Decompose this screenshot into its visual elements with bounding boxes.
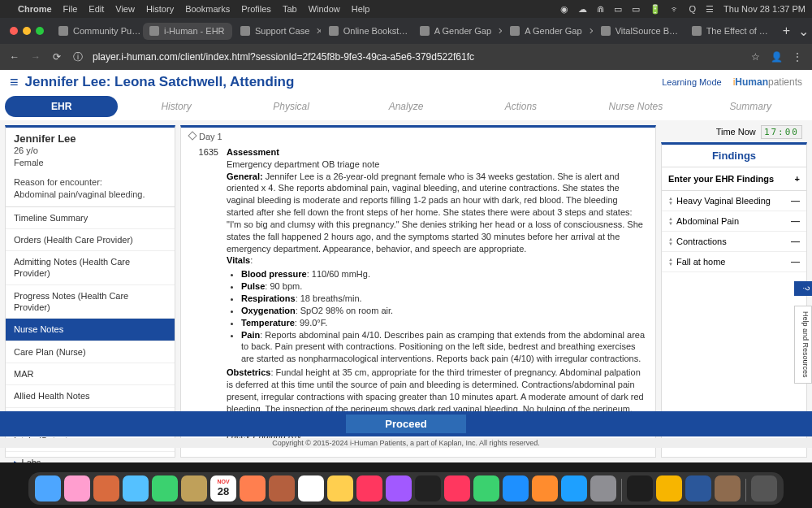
menu-history[interactable]: History bbox=[146, 4, 174, 14]
dock-app-icon[interactable] bbox=[240, 475, 266, 501]
dock-app-icon[interactable] bbox=[656, 475, 682, 501]
menu-file[interactable]: File bbox=[63, 4, 78, 14]
main-tab-ehr[interactable]: EHR bbox=[5, 96, 118, 117]
zoom-window-icon[interactable] bbox=[36, 27, 44, 35]
dock-app-icon[interactable]: NOV28 bbox=[210, 475, 236, 501]
main-tab-physical[interactable]: Physical bbox=[235, 96, 348, 117]
remove-icon[interactable]: — bbox=[791, 237, 800, 246]
main-tab-actions[interactable]: Actions bbox=[464, 96, 577, 117]
hamburger-icon[interactable]: ≡ bbox=[10, 74, 19, 91]
sidenav-item[interactable]: Nurse Notes bbox=[6, 319, 175, 341]
dock-app-icon[interactable] bbox=[356, 475, 382, 501]
browser-tab[interactable]: A Gender Gap✕ bbox=[503, 23, 592, 40]
reload-button[interactable]: ⟳ bbox=[50, 51, 63, 63]
proceed-button[interactable]: Proceed bbox=[346, 415, 465, 433]
sidenav-item[interactable]: Timeline Summary bbox=[6, 207, 175, 229]
dock-app-icon[interactable] bbox=[444, 475, 470, 501]
sidenav-item[interactable]: Orders (Health Care Provider) bbox=[6, 229, 175, 251]
dock-app-icon[interactable] bbox=[503, 475, 529, 501]
menu-window[interactable]: Window bbox=[309, 4, 340, 14]
menu-tab[interactable]: Tab bbox=[283, 4, 297, 14]
chrome-menu-icon[interactable]: ⋮ bbox=[791, 51, 804, 63]
status-icon[interactable]: ⋒ bbox=[597, 4, 604, 15]
address-bar[interactable]: player.i-human.com/client/index.html?ses… bbox=[93, 51, 741, 63]
dock-app-icon[interactable] bbox=[532, 475, 558, 501]
tab-overflow-icon[interactable]: ⌄ bbox=[798, 24, 809, 39]
status-icon[interactable]: ◉ bbox=[560, 4, 568, 15]
menu-view[interactable]: View bbox=[115, 4, 135, 14]
dock-app-icon[interactable] bbox=[181, 475, 207, 501]
dock-app-icon[interactable] bbox=[123, 475, 149, 501]
dock-app-icon[interactable] bbox=[152, 475, 178, 501]
dock-app-icon[interactable] bbox=[93, 475, 119, 501]
enter-findings[interactable]: Enter your EHR Findings+ bbox=[662, 167, 806, 191]
status-icon[interactable]: ▭ bbox=[632, 4, 640, 15]
bookmark-icon[interactable]: ☆ bbox=[749, 51, 762, 63]
browser-tab[interactable]: i-Human - EHR✕ bbox=[143, 23, 232, 40]
close-window-icon[interactable] bbox=[10, 27, 18, 35]
sidenav-item[interactable]: Allied Health Notes bbox=[6, 385, 175, 407]
close-tab-icon[interactable]: ✕ bbox=[589, 26, 593, 37]
dock-app-icon[interactable] bbox=[269, 475, 295, 501]
sidenav-item[interactable]: Progress Notes (Health Care Provider) bbox=[6, 285, 175, 319]
dock-app-icon[interactable] bbox=[298, 475, 324, 501]
main-tab-nurse-notes[interactable]: Nurse Notes bbox=[579, 96, 692, 117]
help-resources-tab[interactable]: Help and Resources bbox=[794, 306, 812, 384]
main-tab-history[interactable]: History bbox=[119, 96, 232, 117]
menu-bookmarks[interactable]: Bookmarks bbox=[185, 4, 230, 14]
dock-app-icon[interactable] bbox=[561, 475, 587, 501]
finding-item[interactable]: ▲▼Fall at home— bbox=[662, 252, 806, 272]
finding-item[interactable]: ▲▼Abdominal Pain— bbox=[662, 211, 806, 232]
reorder-icon[interactable]: ▲▼ bbox=[668, 216, 673, 226]
reorder-icon[interactable]: ▲▼ bbox=[668, 237, 673, 246]
search-icon[interactable]: Q bbox=[689, 4, 697, 14]
main-tab-summary[interactable]: Summary bbox=[694, 96, 807, 117]
main-tab-analyze[interactable]: Analyze bbox=[349, 96, 462, 117]
wifi-icon[interactable]: ᯤ bbox=[671, 4, 680, 14]
close-tab-icon[interactable]: ✕ bbox=[231, 26, 232, 37]
sidenav-item[interactable]: Care Plan (Nurse) bbox=[6, 341, 175, 363]
menu-help[interactable]: Help bbox=[352, 4, 370, 14]
browser-tab[interactable]: VitalSource B…✕ bbox=[594, 23, 684, 40]
finding-item[interactable]: ▲▼Heavy Vaginal Bleeding— bbox=[662, 191, 806, 211]
status-icon[interactable]: ☁ bbox=[578, 4, 587, 15]
sidenav-item[interactable]: Labs bbox=[6, 452, 175, 462]
menu-edit[interactable]: Edit bbox=[89, 4, 104, 14]
dock-app-icon[interactable] bbox=[473, 475, 499, 501]
minimize-window-icon[interactable] bbox=[23, 27, 31, 35]
dock-app-icon[interactable] bbox=[386, 475, 412, 501]
trash-icon[interactable] bbox=[751, 475, 777, 501]
remove-icon[interactable]: — bbox=[791, 196, 800, 206]
browser-tab[interactable]: Online Bookst…✕ bbox=[322, 23, 412, 40]
clock[interactable]: Thu Nov 28 1:37 PM bbox=[723, 4, 806, 14]
sidenav-item[interactable]: Admitting Notes (Health Care Provider) bbox=[6, 251, 175, 285]
status-icon[interactable]: ▭ bbox=[614, 4, 622, 15]
browser-tab[interactable]: Support Case✕ bbox=[234, 23, 321, 40]
dock-app-icon[interactable] bbox=[327, 475, 353, 501]
reorder-icon[interactable]: ▲▼ bbox=[668, 257, 673, 267]
site-info-icon[interactable]: ⓘ bbox=[71, 50, 84, 64]
dock-app-icon[interactable] bbox=[715, 475, 741, 501]
finding-item[interactable]: ▲▼Contractions— bbox=[662, 232, 806, 252]
browser-tab[interactable]: Community Pu…✕ bbox=[52, 23, 141, 40]
browser-tab[interactable]: A Gender Gap✕ bbox=[413, 23, 502, 40]
help-tab[interactable]: ? bbox=[794, 281, 812, 296]
close-tab-icon[interactable]: ✕ bbox=[498, 26, 502, 37]
reorder-icon[interactable]: ▲▼ bbox=[668, 196, 673, 206]
dock-app-icon[interactable] bbox=[64, 475, 90, 501]
dock-app-icon[interactable] bbox=[685, 475, 711, 501]
dock-app-icon[interactable] bbox=[627, 475, 653, 501]
new-tab-button[interactable]: + bbox=[776, 24, 797, 38]
app-name[interactable]: Chrome bbox=[18, 4, 52, 14]
control-center-icon[interactable]: ☰ bbox=[706, 4, 714, 15]
profile-icon[interactable]: 👤 bbox=[770, 51, 783, 63]
close-tab-icon[interactable]: ✕ bbox=[316, 26, 320, 37]
dock-app-icon[interactable] bbox=[590, 475, 616, 501]
status-icon[interactable]: 🔋 bbox=[650, 4, 661, 15]
browser-tab[interactable]: The Effect of …✕ bbox=[685, 23, 775, 40]
sidenav-item[interactable]: MAR bbox=[6, 363, 175, 385]
remove-icon[interactable]: — bbox=[791, 257, 800, 267]
back-button[interactable]: ← bbox=[8, 51, 21, 63]
plus-icon[interactable]: + bbox=[795, 174, 800, 184]
dock-app-icon[interactable] bbox=[35, 475, 61, 501]
